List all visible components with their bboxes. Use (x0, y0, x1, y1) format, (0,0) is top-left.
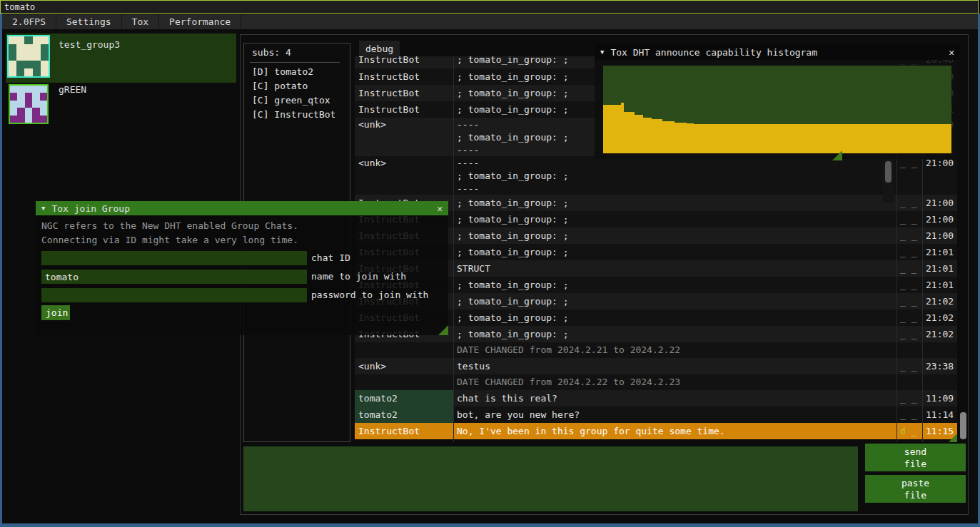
message-timestamp (922, 374, 957, 390)
chat-scrollbar-thumb[interactable] (960, 412, 966, 439)
message-text: ; tomato_in_group: ; (453, 244, 896, 260)
avatar-pixel (25, 93, 32, 100)
dht-histogram-window: ▼ Tox DHT announce capability histogram … (595, 44, 960, 159)
menu-bar: 2.0FPS Settings Tox Performance (2, 14, 978, 29)
avatar-pixel (17, 116, 24, 123)
members-list: [D] tomato2 [C] potato [C] green_qtox [C… (252, 65, 335, 122)
scrollbar-thumb[interactable] (885, 161, 891, 183)
collapse-arrow-icon[interactable]: ▼ (41, 205, 45, 212)
avatar-pixel (25, 116, 32, 123)
delivery-status (896, 342, 922, 358)
tab-debug[interactable]: debug (359, 41, 400, 56)
sender-name: InstructBot (355, 68, 453, 85)
dht-histogram-titlebar[interactable]: ▼ Tox DHT announce capability histogram … (595, 44, 960, 60)
join-name-label: name to join with (311, 270, 406, 284)
histogram-bar (662, 121, 675, 154)
join-password-input[interactable] (41, 288, 307, 302)
delivery-status (896, 374, 922, 390)
message-timestamp (922, 342, 957, 358)
join-group-window: ▼ Tox join Group ✕ NGC refers to the New… (36, 201, 448, 335)
avatar-pixel (9, 36, 16, 44)
group-avatar-green (9, 84, 49, 124)
sender-name: tomato2 (355, 390, 453, 406)
delivery-status: _ _ (896, 406, 922, 423)
avatar-pixel (32, 116, 39, 123)
avatar-pixel (17, 93, 24, 100)
avatar-pixel (16, 44, 24, 52)
paste-file-label-line1: paste (869, 477, 961, 489)
avatar-pixel (10, 108, 17, 115)
message-timestamp: 21:00 (922, 211, 957, 227)
message-timestamp: 21:02 (922, 293, 957, 309)
avatar-pixel (32, 93, 39, 100)
date-separator-row: DATE CHANGED from 2024.2.22 to 2024.2.23 (355, 374, 957, 390)
close-icon[interactable]: ✕ (437, 203, 443, 214)
message-timestamp: 21:02 (922, 309, 957, 326)
member-item: [C] green_qtox (252, 93, 335, 108)
histogram-plot (603, 66, 951, 153)
avatar-pixel (41, 68, 49, 76)
message-text: bot, are you new here? (453, 406, 896, 423)
join-group-titlebar[interactable]: ▼ Tox join Group ✕ (36, 201, 448, 215)
avatar-pixel (24, 44, 32, 52)
join-name-input[interactable] (41, 270, 307, 284)
window-titlebar[interactable]: tomato (0, 0, 979, 14)
menu-settings[interactable]: Settings (56, 14, 122, 29)
message-text: ; tomato_in_group: ; (453, 211, 896, 227)
delivery-status: _ _ (896, 157, 922, 195)
avatar-pixel (40, 93, 47, 100)
avatar-pixel (10, 93, 17, 100)
collapse-arrow-icon[interactable]: ▼ (600, 48, 604, 56)
message-timestamp: 21:00 (922, 195, 957, 211)
window-resize-grip[interactable] (832, 150, 842, 160)
avatar-pixel (16, 36, 24, 44)
close-icon[interactable]: ✕ (949, 47, 954, 58)
sender-name: InstructBot (355, 56, 453, 68)
menu-tox[interactable]: Tox (122, 14, 159, 29)
app-window: tomato 2.0FPS Settings Tox Performance t… (0, 0, 980, 527)
chat-id-input[interactable] (41, 251, 307, 265)
date-separator-row: DATE CHANGED from 2024.2.21 to 2024.2.22 (355, 342, 957, 358)
avatar-pixel (25, 86, 32, 93)
group-name-label: gREEN (59, 84, 86, 95)
column-separator[interactable] (453, 56, 454, 442)
members-separator (250, 62, 340, 63)
avatar-pixel (41, 61, 49, 68)
message-input[interactable] (243, 446, 858, 511)
join-button[interactable]: join (41, 305, 70, 320)
paste-file-button[interactable]: paste file (865, 475, 966, 503)
sender-name: <unk> (355, 358, 453, 374)
avatar-pixel (41, 52, 49, 60)
avatar-pixel (40, 86, 47, 93)
message-text: ; tomato_in_group: ; (453, 309, 896, 326)
delivery-status: _ _ (896, 309, 922, 326)
sender-name: <unk> (355, 157, 453, 195)
avatar-pixel (32, 86, 39, 93)
delivery-status: _ _ (896, 277, 922, 293)
chat-resize-grip[interactable] (949, 434, 957, 442)
avatar-pixel (10, 116, 17, 123)
paste-file-label-line2: file (869, 489, 961, 501)
send-file-button[interactable]: send file (865, 444, 966, 471)
message-row: <unk>----; tomato_in_group: ;----_ _21:0… (355, 156, 957, 195)
histogram-bar (624, 112, 635, 153)
delivery-status: d _ (896, 423, 922, 439)
histogram-bar (675, 123, 687, 153)
avatar-pixel (24, 68, 32, 76)
menu-performance[interactable]: Performance (159, 14, 241, 29)
delivery-status: _ _ (896, 293, 922, 309)
avatar-pixel (16, 61, 24, 68)
histogram-bar (643, 118, 652, 153)
avatar-pixel (10, 86, 17, 93)
delivery-status: _ _ (896, 244, 922, 260)
window-resize-grip[interactable] (438, 325, 448, 335)
message-text: ----; tomato_in_group: ;---- (453, 157, 896, 195)
message-timestamp: 21:01 (922, 260, 957, 277)
avatar-pixel (10, 101, 17, 108)
avatar-pixel (40, 101, 47, 108)
avatar-pixel (33, 44, 41, 52)
message-timestamp: 21:01 (922, 244, 957, 260)
message-text: STRUCT (453, 260, 896, 277)
delivery-status: _ _ (896, 227, 922, 244)
window-border-left (0, 14, 2, 527)
